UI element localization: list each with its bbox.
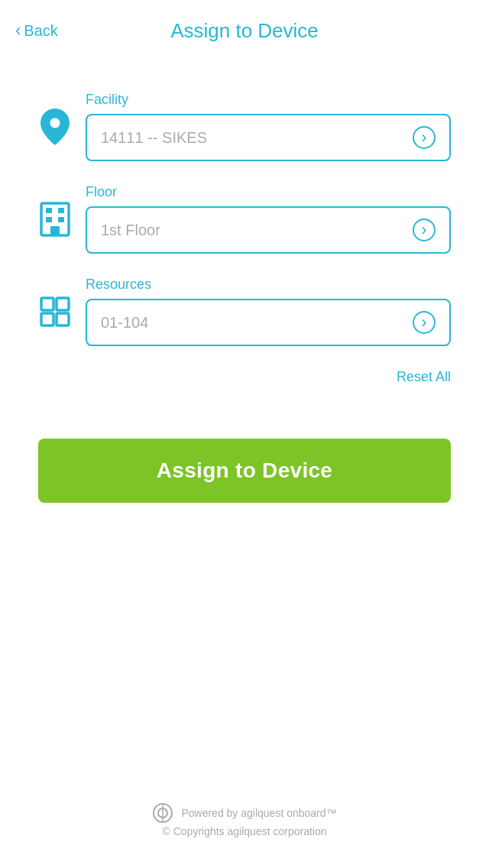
footer-logo-row: Powered by agilquest onboard™ [152, 802, 336, 824]
back-label: Back [24, 22, 57, 40]
facility-icon-wrapper [38, 108, 72, 145]
resources-row: Resources 01-104 › [38, 277, 451, 346]
facility-field-wrapper: Facility 14111 -- SIKES › [86, 92, 451, 161]
facility-selector[interactable]: 14111 -- SIKES › [86, 114, 451, 161]
footer-line2: © Copyrights agilquest corporation [163, 825, 327, 837]
svg-rect-9 [57, 313, 69, 326]
svg-rect-4 [58, 217, 64, 222]
facility-value: 14111 -- SIKES [101, 129, 207, 147]
header: ‹ Back Assign to Device [0, 0, 489, 61]
resources-value: 01-104 [101, 314, 148, 332]
footer: Powered by agilquest onboard™ © Copyrigh… [0, 802, 489, 837]
svg-rect-1 [46, 208, 52, 213]
floor-selector[interactable]: 1st Floor › [86, 206, 451, 254]
floor-icon-wrapper [38, 202, 72, 237]
facility-chevron-icon: › [413, 126, 436, 149]
agilquest-logo-icon [152, 802, 173, 824]
svg-rect-8 [41, 313, 53, 326]
reset-all-button[interactable]: Reset All [397, 369, 451, 385]
svg-rect-3 [46, 217, 52, 222]
main-content: Facility 14111 -- SIKES › [0, 61, 489, 416]
footer-line1: Powered by agilquest onboard™ [181, 807, 336, 819]
resources-group: Resources 01-104 › [38, 277, 451, 346]
floor-row: Floor 1st Floor › [38, 184, 451, 254]
location-pin-icon [40, 108, 70, 145]
floor-chevron-icon: › [413, 219, 436, 241]
floor-label: Floor [86, 184, 451, 200]
resources-label: Resources [86, 277, 451, 293]
facility-row: Facility 14111 -- SIKES › [38, 92, 451, 161]
svg-rect-2 [58, 208, 64, 213]
back-chevron-icon: ‹ [15, 21, 21, 40]
svg-rect-6 [41, 298, 53, 310]
page-title: Assign to Device [170, 19, 319, 43]
grid-icon [40, 296, 70, 327]
resources-selector[interactable]: 01-104 › [86, 299, 451, 346]
floor-field-wrapper: Floor 1st Floor › [86, 184, 451, 254]
svg-rect-7 [57, 298, 69, 310]
floor-group: Floor 1st Floor › [38, 184, 451, 254]
assign-button-wrapper: Assign to Device [0, 416, 489, 526]
resources-chevron-icon: › [413, 311, 436, 334]
building-icon [40, 202, 70, 237]
svg-rect-5 [50, 226, 60, 235]
back-button[interactable]: ‹ Back [15, 21, 58, 40]
resources-icon-wrapper [38, 296, 72, 327]
facility-group: Facility 14111 -- SIKES › [38, 92, 451, 161]
facility-label: Facility [86, 92, 451, 108]
assign-to-device-button[interactable]: Assign to Device [38, 439, 451, 503]
resources-field-wrapper: Resources 01-104 › [86, 277, 451, 346]
floor-value: 1st Floor [101, 222, 160, 239]
reset-row: Reset All [38, 369, 451, 385]
